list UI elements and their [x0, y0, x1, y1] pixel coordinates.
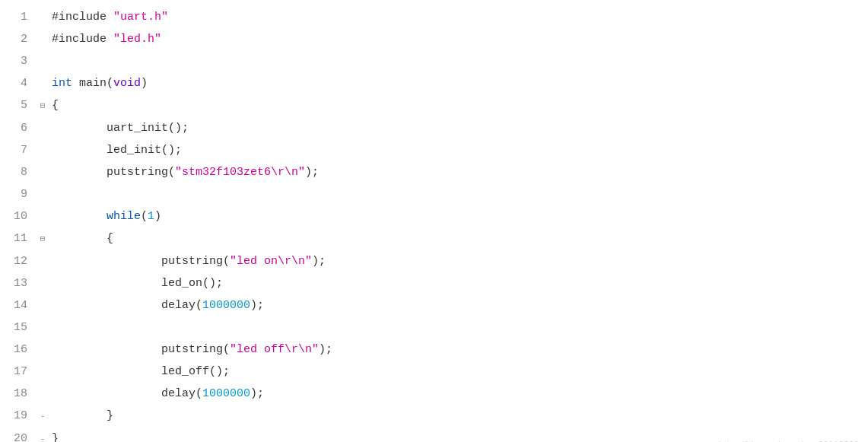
line-number: 6	[0, 117, 37, 139]
code-line: 2#include "led.h"	[0, 28, 868, 50]
fold-indicator[interactable]: -	[37, 428, 49, 442]
code-line: 9	[0, 183, 868, 205]
code-content: }	[49, 405, 868, 427]
line-number: 13	[0, 272, 37, 294]
line-number: 11	[0, 227, 37, 250]
line-number: 20	[0, 428, 37, 442]
code-line: 16 putstring("led off\r\n");	[0, 339, 868, 361]
code-line: 6 uart_init();	[0, 117, 868, 139]
line-number: 15	[0, 316, 37, 339]
code-content: led_init();	[49, 139, 868, 161]
line-number: 2	[0, 28, 37, 50]
line-number: 10	[0, 205, 37, 227]
code-block: 1#include "uart.h"2#include "led.h"3 4in…	[0, 0, 868, 442]
line-number: 4	[0, 72, 37, 94]
line-number: 5	[0, 94, 37, 116]
line-number: 8	[0, 161, 37, 183]
fold-indicator[interactable]: -	[37, 405, 49, 428]
code-content: #include "uart.h"	[49, 6, 868, 28]
code-line: 19- }	[0, 405, 868, 428]
fold-indicator[interactable]: ⊟	[37, 95, 49, 117]
code-content: putstring("stm32f103zet6\r\n");	[49, 161, 868, 183]
code-line: 10 while(1)	[0, 205, 868, 227]
code-line: 18 delay(1000000);	[0, 383, 868, 405]
code-content: int main(void)	[49, 72, 868, 94]
code-content	[49, 183, 868, 205]
line-number: 14	[0, 294, 37, 316]
line-number: 1	[0, 6, 37, 28]
code-line: 12 putstring("led on\r\n");	[0, 250, 868, 272]
code-content: delay(1000000);	[49, 294, 868, 316]
code-content: putstring("led on\r\n");	[49, 250, 868, 272]
code-line: 15	[0, 316, 868, 339]
code-line: 17 led_off();	[0, 361, 868, 383]
line-number: 9	[0, 183, 37, 205]
line-number: 18	[0, 383, 37, 405]
code-line: 11⊟ {	[0, 227, 868, 250]
code-line: 3	[0, 50, 868, 72]
line-number: 17	[0, 361, 37, 383]
code-content	[49, 50, 868, 72]
line-number: 19	[0, 405, 37, 427]
code-line: 5⊟{	[0, 94, 868, 117]
code-line: 8 putstring("stm32f103zet6\r\n");	[0, 161, 868, 183]
code-content: putstring("led off\r\n");	[49, 339, 868, 361]
code-content: led_on();	[49, 272, 868, 294]
code-content	[49, 316, 868, 339]
code-line: 7 led_init();	[0, 139, 868, 161]
code-content: delay(1000000);	[49, 383, 868, 405]
code-line: 14 delay(1000000);	[0, 294, 868, 316]
code-line: 1#include "uart.h"	[0, 6, 868, 28]
line-number: 12	[0, 250, 37, 272]
line-number: 7	[0, 139, 37, 161]
code-line: 13 led_on();	[0, 272, 868, 294]
code-content: #include "led.h"	[49, 28, 868, 50]
line-number: 3	[0, 50, 37, 72]
code-content: {	[49, 227, 868, 250]
code-editor: 1#include "uart.h"2#include "led.h"3 4in…	[0, 0, 868, 442]
code-content: uart_init();	[49, 117, 868, 139]
line-number: 16	[0, 339, 37, 361]
code-content: {	[49, 94, 868, 116]
code-content: led_off();	[49, 361, 868, 383]
code-line: 4int main(void)	[0, 72, 868, 94]
fold-indicator[interactable]: ⊟	[37, 228, 49, 250]
code-content: while(1)	[49, 205, 868, 227]
